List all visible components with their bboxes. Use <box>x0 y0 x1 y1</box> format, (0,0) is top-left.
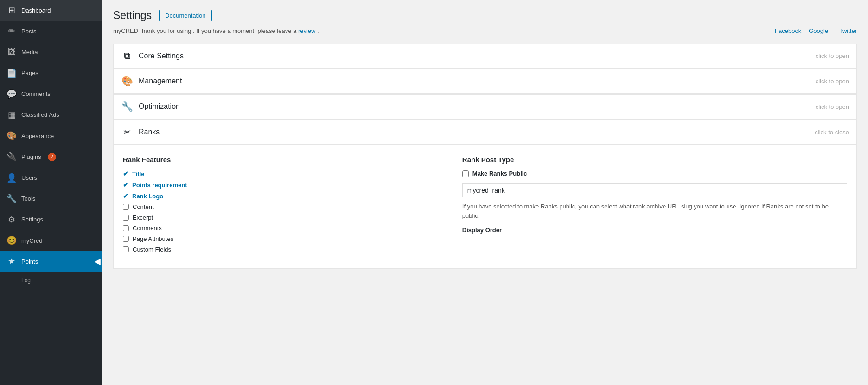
management-title: Management <box>139 77 182 85</box>
appearance-icon: 🎨 <box>6 130 17 142</box>
feature-label: Custom Fields <box>133 246 171 253</box>
ranks-body: Rank Features ✔ Title ✔ Points requireme… <box>114 145 856 268</box>
post-type-input[interactable] <box>462 183 847 197</box>
feature-excerpt[interactable]: Excerpt <box>123 214 444 221</box>
sidebar-item-comments[interactable]: 💬 Comments <box>0 84 102 105</box>
check-icon: ✔ <box>123 181 128 189</box>
sidebar-item-label: Appearance <box>21 132 54 140</box>
accordion-core-settings: ⧉ Core Settings click to open <box>113 44 857 69</box>
sidebar-item-classified-ads[interactable]: ▦ Classified Ads <box>0 105 102 126</box>
sidebar-item-label: Media <box>21 48 38 57</box>
points-icon: ★ <box>6 256 17 267</box>
feature-custom-fields[interactable]: Custom Fields <box>123 246 444 253</box>
users-icon: 👤 <box>6 172 17 184</box>
comments-checkbox[interactable] <box>123 225 129 231</box>
sidebar-item-plugins[interactable]: 🔌 Plugins 2 <box>0 146 102 167</box>
log-label: Log <box>21 277 31 284</box>
management-action: click to open <box>816 78 849 85</box>
rank-features-panel: Rank Features ✔ Title ✔ Points requireme… <box>123 156 444 257</box>
sidebar: ⊞ Dashboard ✏ Posts 🖼 Media 📄 Pages 💬 Co… <box>0 0 102 385</box>
feature-label: Content <box>133 203 154 210</box>
feature-label: Comments <box>133 225 162 232</box>
media-icon: 🖼 <box>6 46 17 58</box>
sidebar-item-pages[interactable]: 📄 Pages <box>0 63 102 84</box>
review-link[interactable]: review <box>298 27 316 34</box>
sidebar-item-dashboard[interactable]: ⊞ Dashboard <box>0 0 102 21</box>
sidebar-item-label: Users <box>21 174 37 182</box>
sidebar-item-points[interactable]: ★ Points ◀ <box>0 251 102 272</box>
feature-content[interactable]: Content <box>123 203 444 210</box>
accordion-header-management[interactable]: 🎨 Management click to open <box>114 69 856 94</box>
display-order-label: Display Order <box>462 227 847 234</box>
page-title: Settings <box>113 9 152 22</box>
mycred-icon: 😊 <box>6 235 17 246</box>
twitter-link[interactable]: Twitter <box>839 27 857 34</box>
check-icon: ✔ <box>123 192 128 200</box>
dashboard-icon: ⊞ <box>6 5 17 16</box>
ranks-action: click to close <box>815 129 849 136</box>
page-attributes-checkbox[interactable] <box>123 236 129 242</box>
main-content: Settings Documentation myCREDThank you f… <box>102 0 868 385</box>
feature-page-attributes[interactable]: Page Attributes <box>123 235 444 242</box>
accordion-ranks: ✂ Ranks click to close Rank Features ✔ T… <box>113 120 857 269</box>
optimization-title: Optimization <box>139 102 180 111</box>
accordion-header-ranks[interactable]: ✂ Ranks click to close <box>114 120 856 145</box>
facebook-link[interactable]: Facebook <box>775 27 801 34</box>
sidebar-item-label: Points <box>21 258 38 266</box>
optimization-action: click to open <box>816 103 849 110</box>
sidebar-item-label: Tools <box>21 195 35 203</box>
ranks-content: Rank Features ✔ Title ✔ Points requireme… <box>123 156 847 257</box>
tools-icon: 🔧 <box>6 193 17 205</box>
sidebar-item-users[interactable]: 👤 Users <box>0 168 102 189</box>
core-settings-title: Core Settings <box>139 52 184 60</box>
feature-comments[interactable]: Comments <box>123 225 444 232</box>
feature-title: ✔ Title <box>123 170 444 177</box>
sidebar-item-media[interactable]: 🖼 Media <box>0 42 102 63</box>
sidebar-item-label: Dashboard <box>21 6 51 15</box>
make-public-checkbox[interactable] <box>462 170 469 177</box>
sidebar-item-label: Settings <box>21 215 43 224</box>
accordion-optimization: 🔧 Optimization click to open <box>113 94 857 120</box>
feature-label: Rank Logo <box>132 193 163 200</box>
page-header: Settings Documentation <box>113 9 857 22</box>
sidebar-item-label: myCred <box>21 237 43 245</box>
management-icon: 🎨 <box>121 76 133 87</box>
sidebar-item-settings[interactable]: ⚙ Settings <box>0 209 102 230</box>
feature-label: Excerpt <box>133 214 153 221</box>
sidebar-item-label: Comments <box>21 90 51 98</box>
sidebar-item-posts[interactable]: ✏ Posts <box>0 21 102 42</box>
settings-icon: ⚙ <box>6 214 17 226</box>
accordion-management: 🎨 Management click to open <box>113 69 857 94</box>
tagline-bar: myCREDThank you for using . If you have … <box>113 27 857 34</box>
tagline-text: myCREDThank you for using . If you have … <box>113 27 319 34</box>
rank-post-type-panel: Rank Post Type Make Ranks Public If you … <box>462 156 847 257</box>
sidebar-item-label: Posts <box>21 27 37 36</box>
posts-icon: ✏ <box>6 25 17 37</box>
ranks-icon: ✂ <box>121 126 133 138</box>
make-public-label: Make Ranks Public <box>472 170 527 177</box>
help-text: If you have selected to make Ranks publi… <box>462 202 847 220</box>
sidebar-item-log[interactable]: Log <box>0 272 102 289</box>
pages-icon: 📄 <box>6 68 17 79</box>
check-icon: ✔ <box>123 170 128 177</box>
sidebar-item-mycred[interactable]: 😊 myCred <box>0 230 102 251</box>
feature-label: Title <box>132 170 145 177</box>
feature-rank-logo: ✔ Rank Logo <box>123 192 444 200</box>
custom-fields-checkbox[interactable] <box>123 246 129 252</box>
accordion-header-core-settings[interactable]: ⧉ Core Settings click to open <box>114 44 856 68</box>
core-settings-action: click to open <box>816 52 849 59</box>
excerpt-checkbox[interactable] <box>123 215 129 221</box>
core-settings-icon: ⧉ <box>121 50 133 61</box>
content-checkbox[interactable] <box>123 204 129 210</box>
optimization-icon: 🔧 <box>121 101 133 112</box>
accordion-header-optimization[interactable]: 🔧 Optimization click to open <box>114 95 856 119</box>
sidebar-item-label: Plugins <box>21 153 41 161</box>
ranks-title: Ranks <box>139 128 160 136</box>
sidebar-item-appearance[interactable]: 🎨 Appearance <box>0 126 102 146</box>
documentation-button[interactable]: Documentation <box>159 10 211 21</box>
sidebar-item-tools[interactable]: 🔧 Tools <box>0 189 102 209</box>
google-plus-link[interactable]: Google+ <box>809 27 832 34</box>
sidebar-item-label: Pages <box>21 69 38 77</box>
make-public-row: Make Ranks Public <box>462 170 847 177</box>
social-links: Facebook Google+ Twitter <box>775 27 857 34</box>
